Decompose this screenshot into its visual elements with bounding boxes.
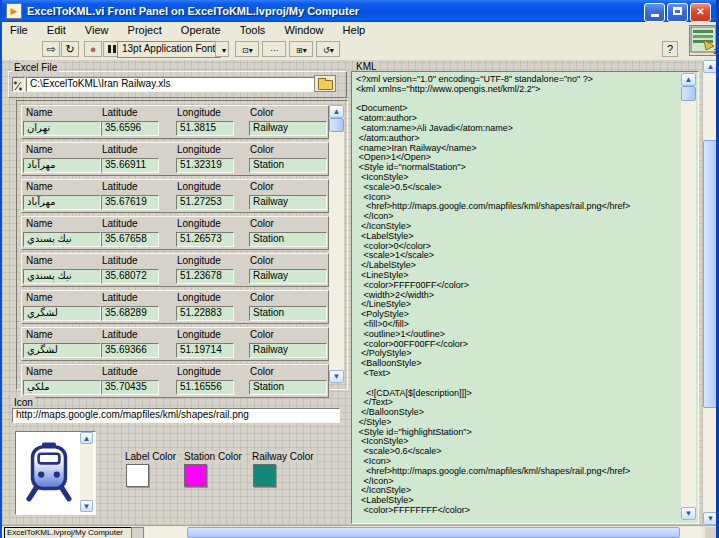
scrollbar-thumb[interactable] [703,140,718,408]
menu-file[interactable]: File [2,22,36,37]
maximize-button[interactable] [667,3,688,22]
color-header: Color [250,181,274,192]
scroll-up-icon[interactable]: ▲ [329,105,344,118]
railway-color-swatch[interactable] [253,464,276,487]
name-field[interactable]: تهران [23,121,101,136]
color-field[interactable]: Station [249,306,327,321]
bottom-bar: ExcelToKML.lvproj/My Computer [2,525,716,538]
pause-icon [108,45,111,53]
excel-path-input[interactable]: C:\ExcelToKML\Iran Railway.xls [26,77,315,92]
color-field[interactable]: Station [249,232,327,247]
scroll-down-icon[interactable]: ▼ [80,500,93,512]
align-objects-button[interactable]: ⊡▾ [235,41,259,57]
name-field[interactable]: مهرآباد [23,158,101,173]
color-header: Color [250,292,274,303]
context-help-button[interactable]: ? [662,41,678,57]
picture-scrollbar[interactable]: ▲ ▼ [80,432,93,512]
execution-target-selector[interactable]: ExcelToKML.lvproj/My Computer [4,527,132,538]
latitude-field[interactable]: 35.67658 [101,232,159,247]
longitude-field[interactable]: 51.32319 [176,158,234,173]
color-field[interactable]: Railway [249,195,327,210]
latitude-field[interactable]: 35.67619 [101,195,159,210]
font-selector[interactable]: 13pt Application Font [117,41,221,58]
longitude-header: Longitude [177,107,221,118]
name-field[interactable]: ملكي [23,380,101,395]
name-field[interactable]: نيك پسندي [23,269,101,284]
color-field[interactable]: Station [249,158,327,173]
color-field[interactable]: Railway [249,121,327,136]
latitude-header: Latitude [102,292,138,303]
window-vertical-scrollbar[interactable]: ▲ ▼ [703,60,718,525]
station-color-swatch[interactable] [184,464,207,487]
scrollbar-thumb[interactable] [681,86,696,101]
browse-button[interactable] [314,75,336,92]
menu-help[interactable]: Help [335,22,374,37]
path-type-icon[interactable] [12,77,25,92]
icon-url-input[interactable]: http://maps.google.com/mapfiles/kml/shap… [12,408,340,423]
scroll-up-icon[interactable]: ▲ [703,60,718,73]
latitude-field[interactable]: 35.68289 [101,306,159,321]
latitude-header: Latitude [102,181,138,192]
name-header: Name [26,218,53,229]
scrollbar-thumb[interactable] [187,527,680,538]
name-field[interactable]: لشگري [23,306,101,321]
color-field[interactable]: Station [249,380,327,395]
station-row: Name Latitude Longitude Color لشگري 35.6… [21,290,329,324]
kml-string-control[interactable]: <?xml version="1.0" encoding="UTF-8" sta… [351,71,699,524]
latitude-header: Latitude [102,107,138,118]
latitude-header: Latitude [102,329,138,340]
menu-project[interactable]: Project [120,22,170,37]
latitude-field[interactable]: 35.70435 [101,380,159,395]
kml-text[interactable]: <?xml version="1.0" encoding="UTF-8" sta… [356,75,678,518]
latitude-field[interactable]: 35.66911 [101,158,159,173]
longitude-field[interactable]: 51.3815 [176,121,234,136]
labview-vi-icon: ▶ [6,3,22,19]
menu-tools[interactable]: Tools [232,22,274,37]
name-field[interactable]: مهرآباد [23,195,101,210]
icon-picture-box[interactable]: ▲ ▼ [15,431,96,515]
latitude-field[interactable]: 35.69366 [101,343,159,358]
longitude-header: Longitude [177,181,221,192]
name-field[interactable]: لشگري [23,343,101,358]
context-target-icon[interactable] [131,527,144,538]
scroll-up-icon[interactable]: ▲ [80,432,93,444]
label-color-swatch[interactable] [126,464,149,487]
resize-objects-button[interactable]: ⊞▾ [289,41,313,57]
distribute-objects-button[interactable]: ⋯▾ [262,41,286,57]
title-bar[interactable]: ▶ ExcelToKML.vi Front Panel on ExcelToKM… [2,0,716,22]
train-icon [23,441,75,503]
latitude-field[interactable]: 35.6596 [101,121,159,136]
menu-edit[interactable]: Edit [39,22,74,37]
run-continuously-button[interactable]: ↻ [61,41,79,57]
scroll-down-icon[interactable]: ▼ [681,507,696,520]
scroll-down-icon[interactable]: ▼ [329,370,344,383]
reorder-button[interactable]: ↺▾ [316,41,340,57]
menu-view[interactable]: View [77,22,117,37]
menu-window[interactable]: Window [276,22,331,37]
longitude-field[interactable]: 51.19714 [176,343,234,358]
latitude-field[interactable]: 35.68072 [101,269,159,284]
window-title: ExcelToKML.vi Front Panel on ExcelToKML.… [27,5,359,17]
scrollbar-thumb[interactable] [329,118,344,132]
run-button[interactable]: ⇨ [42,41,60,57]
longitude-field[interactable]: 51.16556 [176,380,234,395]
font-selector-dropdown[interactable]: ▾ [215,41,229,57]
minimize-button[interactable] [644,3,665,22]
color-field[interactable]: Railway [249,269,327,284]
window-horizontal-scrollbar[interactable] [145,527,702,538]
vi-icon-badge: 2 [714,47,718,56]
longitude-field[interactable]: 51.22883 [176,306,234,321]
color-field[interactable]: Railway [249,343,327,358]
longitude-field[interactable]: 51.27253 [176,195,234,210]
name-field[interactable]: نيك پسندي [23,232,101,247]
longitude-field[interactable]: 51.26573 [176,232,234,247]
close-button[interactable]: ✕ [690,3,711,22]
abort-button[interactable]: ● [84,41,102,57]
kml-scrollbar[interactable]: ▲ ▼ [681,73,696,520]
vi-icon-pane[interactable]: 2 [689,25,719,56]
stations-scrollbar[interactable]: ▲ ▼ [329,105,344,383]
longitude-field[interactable]: 51.23678 [176,269,234,284]
scroll-up-icon[interactable]: ▲ [681,73,696,86]
menu-operate[interactable]: Operate [173,22,229,37]
scroll-down-icon[interactable]: ▼ [703,512,718,525]
